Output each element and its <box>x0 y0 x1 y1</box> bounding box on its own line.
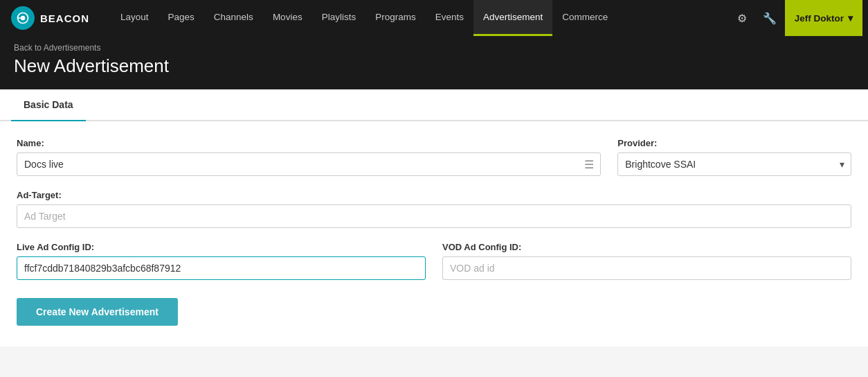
vod-id-group: VOD Ad Config ID: <box>442 242 851 280</box>
nav-item-pages[interactable]: Pages <box>159 0 204 36</box>
form-row-1: Name: ☰ Provider: Brightcove SSAI <box>17 138 851 176</box>
form-row-3: Live Ad Config ID: VOD Ad Config ID: <box>17 242 851 280</box>
nav-item-programs[interactable]: Programs <box>365 0 426 36</box>
svg-point-1 <box>21 16 26 21</box>
nav-item-advertisement[interactable]: Advertisement <box>473 0 552 36</box>
nav-item-movies[interactable]: Movies <box>263 0 312 36</box>
provider-label: Provider: <box>617 138 851 148</box>
user-menu[interactable]: Jeff Doktor ▾ <box>785 0 862 36</box>
form-area: Name: ☰ Provider: Brightcove SSAI Ad-Tar… <box>0 121 868 347</box>
live-id-input[interactable] <box>17 256 426 280</box>
ad-target-group: Ad-Target: <box>17 190 851 228</box>
logo[interactable]: BEACON <box>0 6 111 30</box>
logo-text: BEACON <box>40 13 89 24</box>
name-input-wrapper: ☰ <box>17 152 601 176</box>
settings-icon[interactable]: ⚙ <box>730 6 754 30</box>
nav-item-commerce[interactable]: Commerce <box>552 0 617 36</box>
vod-id-input[interactable] <box>442 256 851 280</box>
create-advertisement-button[interactable]: Create New Advertisement <box>17 298 178 326</box>
nav-items: Layout Pages Channels Movies Playlists P… <box>111 0 724 36</box>
user-dropdown-icon: ▾ <box>848 12 853 24</box>
nav-item-events[interactable]: Events <box>426 0 473 36</box>
main-nav: BEACON Layout Pages Channels Movies Play… <box>0 0 868 36</box>
name-input[interactable] <box>17 152 601 176</box>
provider-select[interactable]: Brightcove SSAI <box>617 152 851 176</box>
form-row-2: Ad-Target: <box>17 190 851 228</box>
vod-id-label: VOD Ad Config ID: <box>442 242 851 252</box>
tab-bar: Basic Data <box>0 89 868 121</box>
tab-basic-data[interactable]: Basic Data <box>11 89 86 121</box>
ad-target-input[interactable] <box>17 204 851 228</box>
provider-group: Provider: Brightcove SSAI <box>617 138 851 176</box>
provider-select-wrapper: Brightcove SSAI <box>617 152 851 176</box>
content-area: Basic Data Name: ☰ Provider: Brightcove … <box>0 89 868 347</box>
nav-item-layout[interactable]: Layout <box>111 0 159 36</box>
nav-right: ⚙ 🔧 Jeff Doktor ▾ <box>724 0 868 36</box>
page-title: New Advertisement <box>14 55 854 77</box>
logo-icon <box>11 6 35 30</box>
nav-item-playlists[interactable]: Playlists <box>312 0 366 36</box>
back-link[interactable]: Back to Advertisements <box>14 43 854 53</box>
user-name: Jeff Doktor <box>795 13 844 24</box>
name-input-icon: ☰ <box>584 158 594 171</box>
live-id-label: Live Ad Config ID: <box>17 242 426 252</box>
tools-icon[interactable]: 🔧 <box>757 6 782 30</box>
name-group: Name: ☰ <box>17 138 601 176</box>
nav-item-channels[interactable]: Channels <box>204 0 263 36</box>
live-id-group: Live Ad Config ID: <box>17 242 426 280</box>
page-header: Back to Advertisements New Advertisement <box>0 36 868 89</box>
ad-target-label: Ad-Target: <box>17 190 851 200</box>
name-label: Name: <box>17 138 601 148</box>
